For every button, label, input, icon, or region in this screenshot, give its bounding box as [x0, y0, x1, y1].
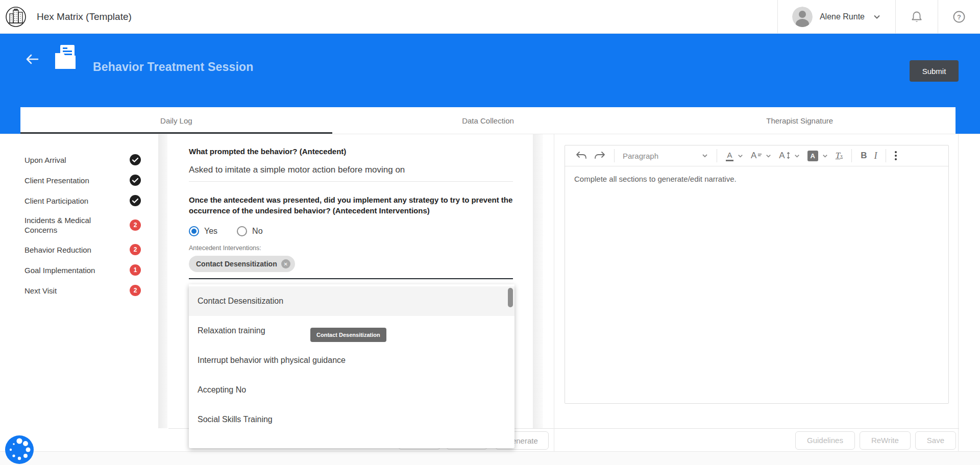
interventions-dropdown: Contact Desensitization Relaxation train…	[189, 284, 514, 448]
narrative-text-area[interactable]: Complete all sections to generate/edit n…	[565, 166, 948, 403]
interventions-radio-group: Yes No	[189, 226, 513, 236]
sidebar-scrollbar[interactable]	[158, 134, 167, 428]
sidebar-item-next-visit[interactable]: Next Visit 2	[20, 280, 148, 301]
daily-log-form-panel: What prompted the behavior? (Antecedent)…	[168, 134, 554, 452]
check-circle-icon	[130, 175, 141, 186]
check-circle-icon	[130, 154, 141, 165]
rewrite-button[interactable]: ReWrite	[860, 431, 911, 450]
error-count-badge: 1	[130, 264, 141, 276]
tab-daily-log[interactable]: Daily Log	[20, 107, 332, 134]
app-logo	[5, 6, 27, 28]
section-sidebar: Upon Arrival Client Presentation Client …	[20, 134, 148, 428]
narrative-panel: Paragraph A A A	[554, 134, 959, 452]
paragraph-style-select[interactable]: Paragraph	[623, 152, 708, 160]
error-count-badge: 2	[130, 219, 141, 231]
undo-icon[interactable]	[576, 151, 587, 160]
help-button[interactable]: ?	[938, 0, 980, 33]
editor-toolbar: Paragraph A A A	[565, 145, 948, 166]
form-scrollbar[interactable]	[533, 134, 543, 428]
chevron-down-icon	[701, 152, 708, 159]
chevron-down-icon	[737, 153, 744, 159]
interventions-field-label: Antecedent Interventions:	[189, 244, 513, 252]
sidebar-item-goal-implementation[interactable]: Goal Implementation 1	[20, 260, 148, 280]
avatar	[792, 7, 813, 27]
sidebar-item-upon-arrival[interactable]: Upon Arrival	[20, 150, 148, 170]
user-name: Alene Runte	[820, 12, 865, 21]
radio-no-label: No	[252, 227, 262, 236]
antecedent-text-input[interactable]: Asked to imitate a simple motor action b…	[189, 165, 513, 182]
clear-formatting-icon[interactable]: Tx	[836, 151, 843, 161]
sidebar-item-incidents-medical[interactable]: Incidents & Medical Concerns 2	[20, 211, 148, 239]
chevron-down-icon	[873, 13, 881, 21]
question-antecedent-label: What prompted the behavior? (Antecedent)	[189, 146, 513, 157]
app-title: Hex Matrix (Template)	[37, 11, 132, 22]
accessibility-widget-button[interactable]	[4, 434, 35, 465]
sidebar-item-client-presentation[interactable]: Client Presentation	[20, 170, 148, 190]
intervention-chip: Contact Desensitization ✕	[189, 256, 295, 272]
sidebar-item-behavior-reduction[interactable]: Behavior Reduction 2	[20, 239, 148, 260]
tab-therapist-signature[interactable]: Therapist Signature	[644, 107, 955, 134]
help-icon: ?	[952, 10, 966, 23]
radio-yes[interactable]	[189, 226, 199, 236]
svg-text:?: ?	[957, 13, 961, 20]
guidelines-button[interactable]: Guidelines	[795, 431, 855, 450]
back-button[interactable]	[24, 52, 40, 66]
check-circle-icon	[130, 195, 141, 206]
narrative-footer: Guidelines ReWrite Save	[554, 428, 959, 452]
italic-button[interactable]: I	[874, 151, 877, 161]
option-tooltip: Contact Desensitization	[310, 328, 386, 342]
tab-bar: Daily Log Data Collection Therapist Sign…	[20, 107, 955, 134]
dropdown-scrollbar[interactable]	[508, 288, 513, 307]
top-app-bar: Hex Matrix (Template) Alene Runte	[0, 0, 980, 34]
page-title: Behavior Treatment Session	[93, 60, 254, 74]
dropdown-option-social-skills[interactable]: Social Skills Training	[189, 405, 514, 434]
more-options-icon[interactable]	[895, 151, 897, 160]
tab-data-collection[interactable]: Data Collection	[332, 107, 644, 134]
chevron-down-icon	[765, 153, 772, 159]
content-area: Upon Arrival Client Presentation Client …	[0, 134, 980, 451]
line-height-button[interactable]: A	[779, 151, 800, 161]
interventions-input-underline[interactable]	[189, 278, 513, 279]
highlight-color-button[interactable]: A	[807, 151, 828, 161]
error-count-badge: 2	[130, 285, 141, 296]
save-button[interactable]: Save	[915, 431, 956, 450]
notifications-button[interactable]	[895, 0, 938, 33]
question-interventions-label: Once the antecedent was presented, did y…	[189, 194, 513, 216]
chip-remove-icon[interactable]: ✕	[281, 259, 290, 268]
user-menu[interactable]: Alene Runte	[777, 0, 895, 33]
session-document-icon	[51, 43, 80, 71]
redo-icon[interactable]	[594, 151, 605, 160]
bell-icon	[910, 10, 923, 23]
bold-button[interactable]: B	[861, 151, 867, 161]
font-color-button[interactable]: A	[726, 151, 744, 161]
radio-no[interactable]	[237, 226, 247, 236]
sidebar-item-client-participation[interactable]: Client Participation	[20, 190, 148, 211]
error-count-badge: 2	[130, 244, 141, 255]
chevron-down-icon	[794, 153, 800, 159]
dropdown-option-contact-desensitization[interactable]: Contact Desensitization	[189, 286, 514, 316]
dropdown-option-interrupt-behavior[interactable]: Interrupt behavior with physical guidanc…	[189, 346, 514, 375]
radio-yes-label: Yes	[204, 227, 217, 236]
submit-button[interactable]: Submit	[910, 60, 959, 82]
rich-text-editor: Paragraph A A A	[565, 145, 949, 404]
chevron-down-icon	[822, 153, 828, 159]
dropdown-option-accepting-no[interactable]: Accepting No	[189, 375, 514, 405]
font-size-button[interactable]: A	[751, 151, 772, 161]
page-bottom-strip	[0, 451, 980, 465]
selected-interventions: Contact Desensitization ✕	[189, 256, 513, 272]
